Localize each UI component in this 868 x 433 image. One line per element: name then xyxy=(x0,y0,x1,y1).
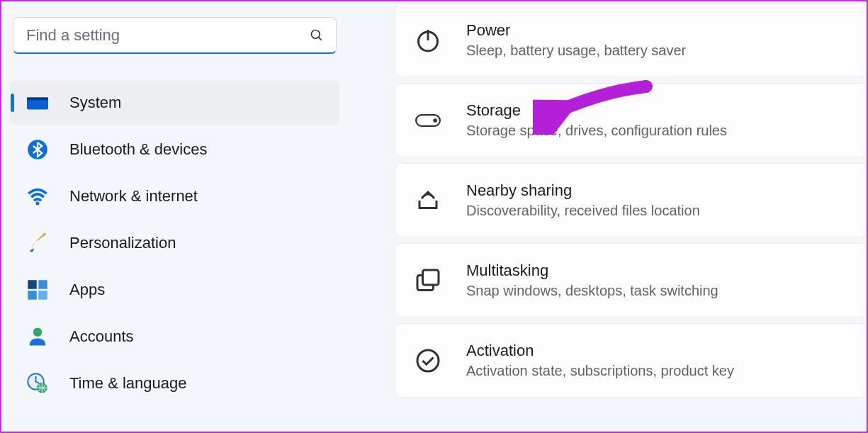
sidebar-item-accounts[interactable]: Accounts xyxy=(10,315,339,359)
card-subtitle: Discoverability, received files location xyxy=(466,203,700,219)
svg-point-16 xyxy=(434,119,436,121)
card-title: Storage xyxy=(466,101,727,120)
svg-rect-6 xyxy=(28,280,37,289)
svg-point-19 xyxy=(417,350,439,371)
check-circle-icon xyxy=(415,348,441,373)
card-text: Activation Activation state, subscriptio… xyxy=(466,342,734,379)
windows-icon xyxy=(415,268,441,293)
svg-rect-7 xyxy=(38,280,47,289)
drive-icon xyxy=(415,108,441,133)
wifi-icon xyxy=(27,186,48,207)
card-nearby-sharing[interactable]: Nearby sharing Discoverability, received… xyxy=(395,163,867,237)
card-subtitle: Storage space, drives, configuration rul… xyxy=(466,123,727,139)
svg-point-5 xyxy=(36,202,40,206)
person-icon xyxy=(27,326,48,347)
card-text: Storage Storage space, drives, configura… xyxy=(466,101,727,139)
svg-rect-18 xyxy=(423,270,439,285)
card-multitasking[interactable]: Multitasking Snap windows, desktops, tas… xyxy=(395,243,867,317)
sidebar-item-label: Network & internet xyxy=(69,187,198,206)
sidebar: System Bluetooth & devices Network & int… xyxy=(1,1,352,432)
clock-globe-icon xyxy=(27,373,48,394)
card-subtitle: Sleep, battery usage, battery saver xyxy=(466,43,686,59)
card-text: Power Sleep, battery usage, battery save… xyxy=(466,21,686,59)
svg-point-10 xyxy=(33,328,43,337)
svg-rect-9 xyxy=(38,291,47,300)
sidebar-item-system[interactable]: System xyxy=(10,81,339,125)
sidebar-item-label: System xyxy=(69,94,121,112)
sidebar-item-label: Bluetooth & devices xyxy=(69,140,207,159)
card-title: Multitasking xyxy=(466,262,718,280)
brush-icon xyxy=(27,232,48,254)
search-icon xyxy=(310,28,324,43)
card-text: Multitasking Snap windows, desktops, tas… xyxy=(466,262,718,299)
sidebar-item-label: Apps xyxy=(69,281,105,299)
main-content: Power Sleep, battery usage, battery save… xyxy=(352,1,867,432)
apps-icon xyxy=(27,279,48,300)
card-storage[interactable]: Storage Storage space, drives, configura… xyxy=(395,83,867,157)
card-activation[interactable]: Activation Activation state, subscriptio… xyxy=(395,323,867,398)
svg-rect-8 xyxy=(28,291,37,300)
sidebar-item-time-language[interactable]: Time & language xyxy=(10,361,339,405)
card-text: Nearby sharing Discoverability, received… xyxy=(466,181,700,219)
svg-rect-3 xyxy=(27,98,48,101)
sidebar-item-label: Time & language xyxy=(69,374,187,393)
card-title: Nearby sharing xyxy=(466,181,700,200)
display-icon xyxy=(27,92,48,113)
svg-line-1 xyxy=(319,38,322,40)
sidebar-item-label: Personalization xyxy=(69,234,176,252)
bluetooth-icon xyxy=(27,139,48,160)
card-subtitle: Snap windows, desktops, task switching xyxy=(466,283,718,299)
card-power[interactable]: Power Sleep, battery usage, battery save… xyxy=(395,3,867,77)
sidebar-item-apps[interactable]: Apps xyxy=(10,268,339,312)
card-title: Activation xyxy=(466,342,734,360)
sidebar-item-bluetooth[interactable]: Bluetooth & devices xyxy=(10,128,339,171)
svg-point-0 xyxy=(312,30,320,39)
sidebar-item-label: Accounts xyxy=(69,327,134,346)
sidebar-nav: System Bluetooth & devices Network & int… xyxy=(10,81,339,405)
share-icon xyxy=(415,188,441,213)
card-subtitle: Activation state, subscriptions, product… xyxy=(466,363,734,379)
card-title: Power xyxy=(466,21,686,40)
search-input[interactable] xyxy=(13,17,337,54)
sidebar-item-personalization[interactable]: Personalization xyxy=(10,221,339,265)
search-container xyxy=(10,17,339,54)
power-icon xyxy=(415,28,441,53)
sidebar-item-network[interactable]: Network & internet xyxy=(10,174,339,218)
